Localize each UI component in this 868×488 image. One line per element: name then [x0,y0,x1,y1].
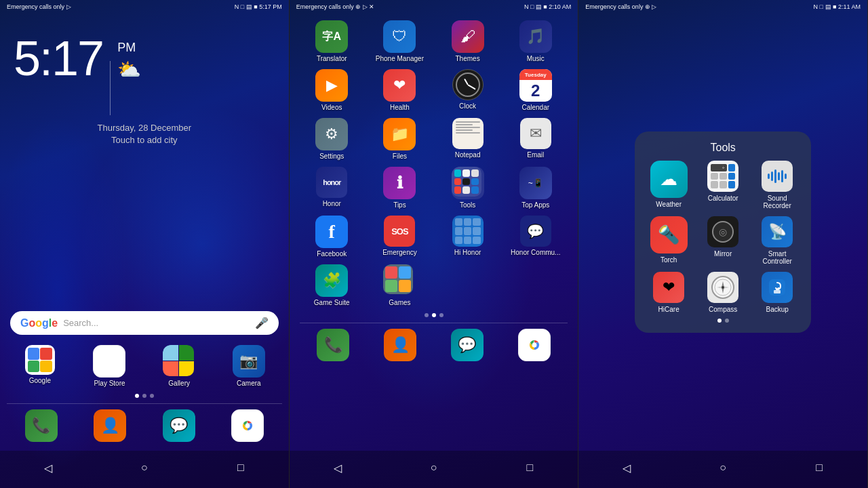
app-playstore[interactable]: ▶ Play Store [77,345,143,387]
app-honor[interactable]: honor Honor [300,167,364,209]
app-gallery[interactable]: Gallery [146,345,212,387]
status-bar-3: Emergency calls only ⊕ ▷ N □ ▤ ■ 2:11 AM [578,0,867,14]
app-games[interactable]: Games [368,264,432,306]
folder-compass-icon [707,272,738,303]
app-videos[interactable]: ▶ Videos [300,69,364,111]
folder-app-weather[interactable]: ☁ Weather [645,161,692,209]
app-calendar[interactable]: Tuesday 2 Calendar [503,69,568,111]
svg-point-9 [722,286,724,289]
app-row-5: f Facebook SOS Emergency Hi Honor 💬 Hono… [293,212,575,261]
nav-recents-3[interactable]: □ [809,458,829,478]
mic-icon[interactable]: 🎤 [255,317,269,329]
app-translator[interactable]: 字A Translator [300,20,364,62]
calendar-icon: Tuesday 2 [519,69,552,102]
folder-page-dots [645,319,801,323]
app-clock[interactable]: Clock [435,69,500,111]
time-right: PM ⛅ [117,34,141,81]
folder-label-calculator: Calculator [708,195,738,202]
app-row-1: 字A Translator 🛡 Phone Manager 🖌 Themes 🎵… [293,17,575,66]
app-hi-honor[interactable]: Hi Honor [435,216,500,258]
app-facebook[interactable]: f Facebook [300,216,364,258]
dock2-phone[interactable]: 📞 [300,329,367,361]
svg-point-5 [532,343,536,348]
nav-back-3[interactable]: ◁ [616,458,637,478]
dock2-contacts[interactable]: 👤 [367,329,434,361]
folder-app-compass[interactable]: Compass [699,272,747,313]
app-label-tips: Tips [393,201,406,209]
weather-icon: ⛅ [117,58,141,81]
files-icon: 📁 [383,118,416,150]
app-emergency[interactable]: SOS Emergency [368,216,432,258]
nav-home-3[interactable]: ○ [713,458,733,478]
dock2-messages[interactable]: 💬 [434,329,501,361]
app-health[interactable]: ❤ Health [368,69,432,111]
playstore-icon: ▶ [93,345,125,378]
appdrawer-content: 字A Translator 🛡 Phone Manager 🖌 Themes 🎵… [290,14,578,451]
phone-lockscreen: Emergency calls only ▷ N □ ▤ ■ 5:17 PM 5… [0,0,290,488]
app-label-email: Email [527,151,544,159]
settings-icon: ⚙ [315,118,348,150]
dock2-messages-icon: 💬 [451,329,484,361]
videos-icon: ▶ [315,69,348,102]
dock-messages[interactable]: 💬 [144,409,213,444]
folder-app-hicare[interactable]: ❤ HiCare [645,272,692,313]
app-label-clock: Clock [459,102,476,110]
dock-contacts[interactable]: 👤 [75,409,144,444]
app-game-suite[interactable]: 🧩 Game Suite [300,264,364,306]
app-honor-community[interactable]: 💬 Honor Commu... [503,216,568,258]
folder-torch-icon: 🔦 [650,216,688,253]
app-label-health: Health [390,104,410,111]
app-google[interactable]: Google [7,345,73,387]
app-camera[interactable]: 📷 Camera [216,345,282,387]
app-music[interactable]: 🎵 Music [503,20,568,62]
honor-community-icon: 💬 [520,216,551,247]
app-label-playstore: Play Store [94,380,125,387]
gallery-icon [163,345,195,378]
app-top-apps[interactable]: ~📱 Top Apps [503,167,568,209]
folder-app-smart-controller[interactable]: 📡 Smart Controller [753,216,801,265]
app-email[interactable]: ✉ Email [503,118,568,160]
app-row-6: 🧩 Game Suite Games [293,261,575,310]
app-label-hi-honor: Hi Honor [454,249,481,256]
folder-app-calculator[interactable]: ÷ Calculator [699,161,747,209]
dock-phone[interactable]: 📞 [7,409,75,444]
lock-date: Thursday, 28 December Touch to add city [0,122,289,146]
dock2-chrome[interactable] [500,329,568,361]
app-tips[interactable]: ℹ Tips [368,167,432,209]
tools-icon [452,167,484,199]
app-notepad[interactable]: Notepad [435,118,500,160]
clock-icon [452,69,484,100]
dot-1 [135,394,139,398]
app-tools[interactable]: Tools [435,167,500,209]
dock2-phone-icon: 📞 [317,329,349,361]
search-placeholder[interactable]: Search... [63,318,250,328]
folder-app-recorder[interactable]: Sound Recorder [753,161,801,209]
sos-icon: SOS [384,216,415,247]
folder-app-backup[interactable]: Backup [753,272,801,313]
app-label-settings: Settings [319,152,344,160]
dock-1: 📞 👤 💬 [0,406,289,451]
app-settings[interactable]: ⚙ Settings [300,118,364,160]
app-files[interactable]: 📁 Files [368,118,432,160]
nav-bar-3: ◁ ○ □ [578,451,867,488]
app-themes[interactable]: 🖌 Themes [435,20,500,62]
dock2-chrome-icon [518,329,551,361]
status-right-2: N □ ▤ ■ 2:10 AM [524,3,571,10]
folder-title: Tools [645,142,801,154]
app-label-translator: Translator [317,55,347,62]
app-grid-1: Google ▶ Play Store Gallery [0,342,289,390]
honor-icon: honor [316,167,347,198]
folder-dot-2 [725,319,729,323]
dock2-contacts-icon: 👤 [384,329,416,361]
dock-chrome[interactable] [213,409,281,444]
app-phone-manager[interactable]: 🛡 Phone Manager [368,20,432,62]
time-divider [110,61,111,115]
folder-app-mirror[interactable]: ◎ Mirror [699,216,747,265]
translator-icon: 字A [315,20,348,53]
google-search-bar[interactable]: Google Search... 🎤 [10,311,279,335]
lockscreen-content: 5:17 PM ⛅ Thursday, 28 December Touch to… [0,14,289,451]
folder-calculator-icon: ÷ [707,161,738,192]
folder-app-torch[interactable]: 🔦 Torch [645,216,692,265]
dot-2 [142,394,146,398]
spacer [0,146,289,311]
